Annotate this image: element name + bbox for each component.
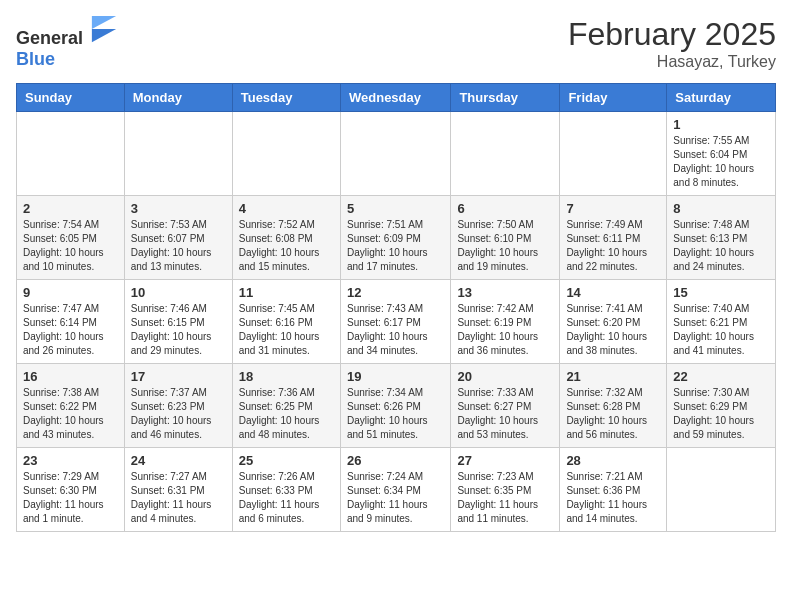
- day-number: 17: [131, 369, 226, 384]
- logo-general: General: [16, 28, 83, 48]
- day-number: 10: [131, 285, 226, 300]
- day-info: Sunrise: 7:37 AM Sunset: 6:23 PM Dayligh…: [131, 386, 226, 442]
- day-number: 9: [23, 285, 118, 300]
- day-number: 18: [239, 369, 334, 384]
- page-header: General Blue February 2025 Hasayaz, Turk…: [16, 16, 776, 71]
- svg-marker-0: [91, 29, 115, 42]
- day-info: Sunrise: 7:45 AM Sunset: 6:16 PM Dayligh…: [239, 302, 334, 358]
- day-number: 2: [23, 201, 118, 216]
- day-number: 8: [673, 201, 769, 216]
- svg-marker-1: [91, 16, 115, 29]
- day-info: Sunrise: 7:21 AM Sunset: 6:36 PM Dayligh…: [566, 470, 660, 526]
- calendar-cell: 28Sunrise: 7:21 AM Sunset: 6:36 PM Dayli…: [560, 448, 667, 532]
- day-info: Sunrise: 7:24 AM Sunset: 6:34 PM Dayligh…: [347, 470, 444, 526]
- day-number: 5: [347, 201, 444, 216]
- calendar-cell: 27Sunrise: 7:23 AM Sunset: 6:35 PM Dayli…: [451, 448, 560, 532]
- day-info: Sunrise: 7:33 AM Sunset: 6:27 PM Dayligh…: [457, 386, 553, 442]
- day-info: Sunrise: 7:55 AM Sunset: 6:04 PM Dayligh…: [673, 134, 769, 190]
- calendar-cell: 11Sunrise: 7:45 AM Sunset: 6:16 PM Dayli…: [232, 280, 340, 364]
- day-number: 6: [457, 201, 553, 216]
- calendar-cell: [232, 112, 340, 196]
- day-info: Sunrise: 7:38 AM Sunset: 6:22 PM Dayligh…: [23, 386, 118, 442]
- calendar-cell: [17, 112, 125, 196]
- calendar-cell: 20Sunrise: 7:33 AM Sunset: 6:27 PM Dayli…: [451, 364, 560, 448]
- calendar-week-row: 23Sunrise: 7:29 AM Sunset: 6:30 PM Dayli…: [17, 448, 776, 532]
- logo-blue: Blue: [16, 49, 55, 69]
- calendar-cell: [340, 112, 450, 196]
- logo-text: General Blue: [16, 16, 118, 70]
- calendar-cell: 24Sunrise: 7:27 AM Sunset: 6:31 PM Dayli…: [124, 448, 232, 532]
- day-number: 15: [673, 285, 769, 300]
- day-info: Sunrise: 7:48 AM Sunset: 6:13 PM Dayligh…: [673, 218, 769, 274]
- day-info: Sunrise: 7:53 AM Sunset: 6:07 PM Dayligh…: [131, 218, 226, 274]
- day-info: Sunrise: 7:34 AM Sunset: 6:26 PM Dayligh…: [347, 386, 444, 442]
- day-info: Sunrise: 7:29 AM Sunset: 6:30 PM Dayligh…: [23, 470, 118, 526]
- day-number: 26: [347, 453, 444, 468]
- calendar-cell: 4Sunrise: 7:52 AM Sunset: 6:08 PM Daylig…: [232, 196, 340, 280]
- day-number: 1: [673, 117, 769, 132]
- day-info: Sunrise: 7:46 AM Sunset: 6:15 PM Dayligh…: [131, 302, 226, 358]
- day-info: Sunrise: 7:51 AM Sunset: 6:09 PM Dayligh…: [347, 218, 444, 274]
- day-number: 11: [239, 285, 334, 300]
- calendar-cell: 18Sunrise: 7:36 AM Sunset: 6:25 PM Dayli…: [232, 364, 340, 448]
- day-info: Sunrise: 7:32 AM Sunset: 6:28 PM Dayligh…: [566, 386, 660, 442]
- day-info: Sunrise: 7:50 AM Sunset: 6:10 PM Dayligh…: [457, 218, 553, 274]
- location-title: Hasayaz, Turkey: [568, 53, 776, 71]
- calendar-week-row: 16Sunrise: 7:38 AM Sunset: 6:22 PM Dayli…: [17, 364, 776, 448]
- calendar-cell: 16Sunrise: 7:38 AM Sunset: 6:22 PM Dayli…: [17, 364, 125, 448]
- day-info: Sunrise: 7:54 AM Sunset: 6:05 PM Dayligh…: [23, 218, 118, 274]
- calendar-cell: 10Sunrise: 7:46 AM Sunset: 6:15 PM Dayli…: [124, 280, 232, 364]
- calendar-cell: 12Sunrise: 7:43 AM Sunset: 6:17 PM Dayli…: [340, 280, 450, 364]
- day-number: 22: [673, 369, 769, 384]
- day-info: Sunrise: 7:36 AM Sunset: 6:25 PM Dayligh…: [239, 386, 334, 442]
- calendar-cell: 9Sunrise: 7:47 AM Sunset: 6:14 PM Daylig…: [17, 280, 125, 364]
- calendar-cell: 5Sunrise: 7:51 AM Sunset: 6:09 PM Daylig…: [340, 196, 450, 280]
- calendar-cell: 25Sunrise: 7:26 AM Sunset: 6:33 PM Dayli…: [232, 448, 340, 532]
- calendar-cell: 13Sunrise: 7:42 AM Sunset: 6:19 PM Dayli…: [451, 280, 560, 364]
- calendar-table: SundayMondayTuesdayWednesdayThursdayFrid…: [16, 83, 776, 532]
- day-number: 4: [239, 201, 334, 216]
- day-info: Sunrise: 7:47 AM Sunset: 6:14 PM Dayligh…: [23, 302, 118, 358]
- calendar-day-header: Friday: [560, 84, 667, 112]
- day-info: Sunrise: 7:23 AM Sunset: 6:35 PM Dayligh…: [457, 470, 553, 526]
- calendar-cell: 7Sunrise: 7:49 AM Sunset: 6:11 PM Daylig…: [560, 196, 667, 280]
- calendar-cell: 17Sunrise: 7:37 AM Sunset: 6:23 PM Dayli…: [124, 364, 232, 448]
- calendar-day-header: Wednesday: [340, 84, 450, 112]
- day-info: Sunrise: 7:49 AM Sunset: 6:11 PM Dayligh…: [566, 218, 660, 274]
- day-info: Sunrise: 7:26 AM Sunset: 6:33 PM Dayligh…: [239, 470, 334, 526]
- day-number: 7: [566, 201, 660, 216]
- calendar-cell: 2Sunrise: 7:54 AM Sunset: 6:05 PM Daylig…: [17, 196, 125, 280]
- day-number: 20: [457, 369, 553, 384]
- day-number: 27: [457, 453, 553, 468]
- calendar-cell: [451, 112, 560, 196]
- calendar-day-header: Monday: [124, 84, 232, 112]
- calendar-cell: 15Sunrise: 7:40 AM Sunset: 6:21 PM Dayli…: [667, 280, 776, 364]
- calendar-day-header: Tuesday: [232, 84, 340, 112]
- logo-icon: [90, 16, 118, 44]
- calendar-week-row: 1Sunrise: 7:55 AM Sunset: 6:04 PM Daylig…: [17, 112, 776, 196]
- day-number: 21: [566, 369, 660, 384]
- calendar-cell: 21Sunrise: 7:32 AM Sunset: 6:28 PM Dayli…: [560, 364, 667, 448]
- day-number: 28: [566, 453, 660, 468]
- calendar-cell: 1Sunrise: 7:55 AM Sunset: 6:04 PM Daylig…: [667, 112, 776, 196]
- logo: General Blue: [16, 16, 118, 70]
- day-info: Sunrise: 7:43 AM Sunset: 6:17 PM Dayligh…: [347, 302, 444, 358]
- day-info: Sunrise: 7:52 AM Sunset: 6:08 PM Dayligh…: [239, 218, 334, 274]
- day-number: 23: [23, 453, 118, 468]
- day-number: 16: [23, 369, 118, 384]
- day-number: 24: [131, 453, 226, 468]
- calendar-cell: 26Sunrise: 7:24 AM Sunset: 6:34 PM Dayli…: [340, 448, 450, 532]
- calendar-week-row: 9Sunrise: 7:47 AM Sunset: 6:14 PM Daylig…: [17, 280, 776, 364]
- calendar-cell: 3Sunrise: 7:53 AM Sunset: 6:07 PM Daylig…: [124, 196, 232, 280]
- day-number: 25: [239, 453, 334, 468]
- month-title: February 2025: [568, 16, 776, 53]
- calendar-cell: [667, 448, 776, 532]
- calendar-cell: 6Sunrise: 7:50 AM Sunset: 6:10 PM Daylig…: [451, 196, 560, 280]
- calendar-cell: 19Sunrise: 7:34 AM Sunset: 6:26 PM Dayli…: [340, 364, 450, 448]
- calendar-cell: [124, 112, 232, 196]
- day-info: Sunrise: 7:30 AM Sunset: 6:29 PM Dayligh…: [673, 386, 769, 442]
- day-info: Sunrise: 7:41 AM Sunset: 6:20 PM Dayligh…: [566, 302, 660, 358]
- calendar-cell: 8Sunrise: 7:48 AM Sunset: 6:13 PM Daylig…: [667, 196, 776, 280]
- calendar-header-row: SundayMondayTuesdayWednesdayThursdayFrid…: [17, 84, 776, 112]
- day-number: 3: [131, 201, 226, 216]
